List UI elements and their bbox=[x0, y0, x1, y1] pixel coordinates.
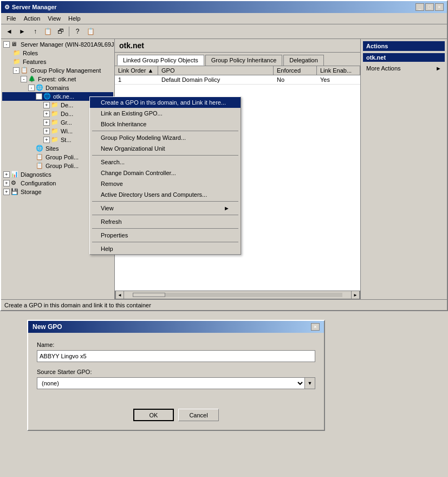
expand-gr1[interactable]: + bbox=[43, 119, 50, 126]
expand-server-manager[interactable]: - bbox=[3, 41, 10, 48]
action-domain[interactable]: otk.net bbox=[363, 53, 445, 62]
minimize-button[interactable]: _ bbox=[415, 3, 424, 11]
show-hide-button[interactable]: 📋 bbox=[42, 25, 54, 37]
name-label: Name: bbox=[37, 341, 315, 348]
do-icon: 📁 bbox=[51, 110, 60, 118]
ctx-separator-6 bbox=[92, 242, 238, 242]
table-header: Link Order ▲ GPO Enforced Link Enab... bbox=[115, 66, 360, 75]
dialog-close-button[interactable]: × bbox=[311, 323, 320, 331]
tree-item-features[interactable]: 📁 Features bbox=[2, 57, 113, 66]
ctx-separator-2 bbox=[92, 155, 238, 156]
expand-domains[interactable]: - bbox=[28, 85, 35, 91]
status-bar: Create a GPO in this domain and link it … bbox=[1, 299, 447, 310]
gpo1-icon: 📋 bbox=[36, 153, 44, 161]
otknet-icon: 🌐 bbox=[43, 93, 52, 100]
scroll-track[interactable] bbox=[133, 293, 342, 297]
tree-label-gpm: Group Policy Management bbox=[30, 67, 101, 74]
tree-item-forest[interactable]: - 🌲 Forest: otk.net bbox=[2, 75, 113, 83]
ctx-view[interactable]: View ► bbox=[90, 203, 241, 214]
expand-de[interactable]: + bbox=[43, 102, 50, 108]
tab-linked-gpo[interactable]: Linked Group Policy Objects bbox=[117, 55, 204, 66]
tree-item-domains[interactable]: - 🌐 Domains bbox=[2, 83, 113, 92]
panel-header: otk.net bbox=[115, 39, 360, 53]
horizontal-scrollbar[interactable]: ◄ ► bbox=[115, 291, 360, 299]
col-link-order[interactable]: Link Order ▲ bbox=[115, 66, 158, 75]
ctx-remove[interactable]: Remove bbox=[90, 178, 241, 189]
tree-item-roles[interactable]: 📁 Roles bbox=[2, 49, 113, 57]
diagnostics-icon: 📊 bbox=[11, 171, 20, 178]
help-button[interactable]: ? bbox=[72, 25, 83, 37]
ctx-block-inheritance[interactable]: Block Inheritance bbox=[90, 119, 241, 130]
window-title: Server Manager bbox=[12, 4, 57, 10]
features-icon: 📁 bbox=[13, 58, 22, 66]
source-gpo-form-group: Source Starter GPO: (none) ▼ bbox=[37, 369, 315, 389]
toolbar-separator-1 bbox=[69, 27, 69, 36]
tab-delegation[interactable]: Delegation bbox=[283, 55, 324, 66]
dialog-title-text: New GPO bbox=[33, 323, 62, 331]
maximize-button[interactable]: □ bbox=[425, 3, 434, 11]
ok-button[interactable]: OK bbox=[133, 409, 174, 421]
forward-button[interactable]: ► bbox=[16, 25, 28, 37]
ctx-help[interactable]: Help bbox=[90, 243, 241, 254]
ctx-change-dc[interactable]: Change Domain Controller... bbox=[90, 167, 241, 178]
expand-configuration[interactable]: + bbox=[3, 180, 10, 186]
other-button[interactable]: 📋 bbox=[85, 25, 96, 37]
ctx-link-existing[interactable]: Link an Existing GPO... bbox=[90, 108, 241, 119]
back-button[interactable]: ◄ bbox=[3, 25, 15, 37]
dialog-buttons: OK Cancel bbox=[28, 404, 324, 430]
ctx-search[interactable]: Search... bbox=[90, 157, 241, 167]
close-button[interactable]: × bbox=[435, 3, 444, 11]
ctx-refresh[interactable]: Refresh bbox=[90, 216, 241, 227]
tree-label-st: St... bbox=[61, 137, 72, 143]
up-button[interactable]: ↑ bbox=[29, 25, 41, 37]
ctx-view-label: View bbox=[101, 205, 114, 211]
expand-wi[interactable]: + bbox=[43, 128, 50, 134]
menu-file[interactable]: File bbox=[3, 14, 20, 23]
source-gpo-wrapper: (none) ▼ bbox=[37, 377, 315, 389]
expand-otknet[interactable]: - bbox=[36, 93, 42, 100]
expand-gpm[interactable]: - bbox=[13, 67, 20, 74]
menu-help[interactable]: Help bbox=[65, 14, 84, 23]
ctx-gp-modeling[interactable]: Group Policy Modeling Wizard... bbox=[90, 132, 241, 143]
expand-st[interactable]: + bbox=[43, 137, 50, 143]
ctx-properties[interactable]: Properties bbox=[90, 230, 241, 241]
scroll-thumb[interactable] bbox=[133, 293, 165, 297]
col-gpo[interactable]: GPO bbox=[158, 66, 274, 75]
cell-gpo-name: Default Domain Policy bbox=[158, 75, 274, 85]
source-gpo-dropdown-btn[interactable]: ▼ bbox=[304, 377, 315, 389]
scroll-right-button[interactable]: ► bbox=[351, 291, 360, 299]
title-bar-icon: ⚙ bbox=[4, 4, 10, 11]
ctx-active-directory[interactable]: Active Directory Users and Computers... bbox=[90, 189, 241, 200]
gpm-icon: 📋 bbox=[21, 67, 29, 74]
scroll-left-button[interactable]: ◄ bbox=[115, 291, 124, 299]
col-link-enabled[interactable]: Link Enab... bbox=[317, 66, 360, 75]
tree-label-otknet: otk.ne... bbox=[53, 93, 74, 100]
ctx-view-arrow: ► bbox=[224, 205, 230, 211]
tree-label-configuration: Configuration bbox=[21, 180, 56, 186]
source-gpo-select[interactable]: (none) bbox=[37, 377, 304, 389]
expand-forest[interactable]: - bbox=[21, 76, 27, 82]
name-input[interactable] bbox=[37, 350, 315, 362]
more-actions-item[interactable]: More Actions ► bbox=[363, 64, 445, 73]
computer-icon: 🖥 bbox=[11, 41, 20, 48]
expand-diagnostics[interactable]: + bbox=[3, 171, 10, 178]
new-window-button[interactable]: 🗗 bbox=[55, 25, 67, 37]
expand-do[interactable]: + bbox=[43, 111, 50, 117]
col-enforced[interactable]: Enforced bbox=[274, 66, 317, 75]
ctx-new-ou[interactable]: New Organizational Unit bbox=[90, 143, 241, 154]
menu-action[interactable]: Action bbox=[21, 14, 44, 23]
expand-storage[interactable]: + bbox=[3, 189, 10, 195]
menu-view[interactable]: View bbox=[44, 14, 64, 23]
table-row: 1 Default Domain Policy No Yes bbox=[115, 75, 360, 85]
ctx-create-gpo[interactable]: Create a GPO in this domain, and Link it… bbox=[90, 97, 241, 108]
dialog-overlay: New GPO × Name: Source Starter GPO: (non… bbox=[27, 320, 325, 431]
tree-item-gpm[interactable]: - 📋 Group Policy Management bbox=[2, 66, 113, 75]
tab-gp-inheritance[interactable]: Group Policy Inheritance bbox=[205, 55, 282, 66]
tree-item-server-manager[interactable]: - 🖥 Server Manager (WIN-8201A9L69J bbox=[2, 40, 113, 49]
status-text: Create a GPO in this domain and link it … bbox=[4, 302, 151, 308]
tree-label-features: Features bbox=[23, 59, 46, 65]
tree-label-roles: Roles bbox=[23, 50, 38, 56]
cell-link-order: 1 bbox=[115, 75, 158, 85]
domains-icon: 🌐 bbox=[36, 84, 44, 92]
cancel-button[interactable]: Cancel bbox=[178, 409, 219, 421]
